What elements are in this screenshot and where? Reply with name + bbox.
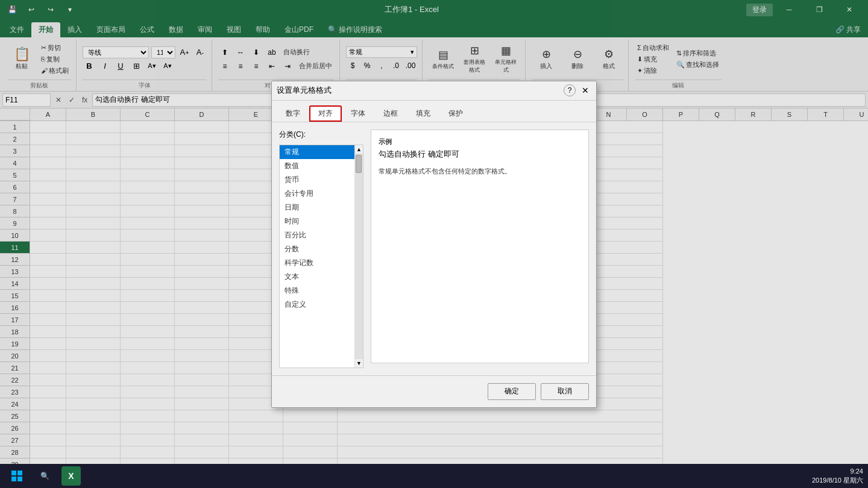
- scroll-thumb[interactable]: [356, 155, 362, 173]
- taskbar-right: 9:24 2019/8/10 星期六: [812, 467, 863, 486]
- category-item-accounting[interactable]: 会计专用: [280, 187, 354, 201]
- dialog-cancel-button[interactable]: 取消: [541, 383, 589, 400]
- preview-box: 示例 勾选自动换行 确定即可 常规单元格格式不包含任何特定的数字格式。: [371, 130, 589, 363]
- start-button[interactable]: [5, 464, 29, 488]
- format-cells-dialog: 设置单元格格式 ? ✕ 数字 对齐 字体 边框 填充 保护 分类(C): 常规: [271, 81, 597, 408]
- dialog-close-button[interactable]: ✕: [579, 84, 591, 96]
- scroll-down-button[interactable]: ▼: [355, 359, 363, 368]
- scroll-up-button[interactable]: ▲: [355, 145, 363, 154]
- svg-rect-1: [17, 471, 22, 475]
- category-item-general[interactable]: 常规: [280, 145, 354, 159]
- dialog-tab-border[interactable]: 边框: [374, 105, 407, 122]
- dialog-body: 分类(C): 常规 数值 货币 会计专用 日期 时间 百分比 分数 科学记数 文…: [272, 122, 596, 375]
- category-item-custom[interactable]: 自定义: [280, 298, 354, 311]
- category-item-date[interactable]: 日期: [280, 201, 354, 214]
- dialog-title: 设置单元格格式: [277, 85, 332, 96]
- dialog-tab-protection[interactable]: 保护: [439, 105, 472, 122]
- category-label: 分类(C):: [279, 130, 363, 140]
- scroll-track: [355, 154, 363, 359]
- taskbar: 🔍 X 9:24 2019/8/10 星期六: [0, 464, 868, 488]
- preview-label: 示例: [379, 137, 581, 146]
- category-item-fraction[interactable]: 分数: [280, 242, 354, 256]
- category-item-text[interactable]: 文本: [280, 270, 354, 284]
- windows-icon: [11, 470, 23, 482]
- preview-text: 勾选自动换行 确定即可: [379, 149, 581, 160]
- category-wrap: 常规 数值 货币 会计专用 日期 时间 百分比 分数 科学记数 文本 特殊 自定…: [279, 145, 363, 368]
- category-item-special[interactable]: 特殊: [280, 284, 354, 298]
- dialog-tab-fill[interactable]: 填充: [407, 105, 439, 122]
- category-item-currency[interactable]: 货币: [280, 173, 354, 187]
- excel-icon: X: [61, 466, 81, 486]
- svg-rect-2: [11, 477, 16, 481]
- dialog-tab-alignment[interactable]: 对齐: [309, 105, 342, 122]
- category-list: 常规 数值 货币 会计专用 日期 时间 百分比 分数 科学记数 文本 特殊 自定…: [280, 145, 354, 368]
- dialog-overlay: 设置单元格格式 ? ✕ 数字 对齐 字体 边框 填充 保护 分类(C): 常规: [0, 0, 868, 488]
- dialog-footer: 确定 取消: [272, 375, 596, 407]
- date-display: 2019/8/10 星期六: [812, 476, 863, 485]
- taskbar-left: 🔍 X: [5, 464, 82, 488]
- dialog-tabs: 数字 对齐 字体 边框 填充 保护: [272, 101, 596, 122]
- category-item-scientific[interactable]: 科学记数: [280, 256, 354, 270]
- category-item-percentage[interactable]: 百分比: [280, 228, 354, 242]
- dialog-ok-button[interactable]: 确定: [488, 383, 536, 400]
- taskbar-excel[interactable]: X: [60, 465, 82, 487]
- dialog-help-button[interactable]: ?: [564, 84, 576, 96]
- category-scrollbar[interactable]: ▲ ▼: [354, 145, 363, 368]
- category-item-number[interactable]: 数值: [280, 159, 354, 173]
- format-panel: 示例 勾选自动换行 确定即可 常规单元格格式不包含任何特定的数字格式。: [371, 130, 589, 368]
- dialog-tab-font[interactable]: 字体: [342, 105, 374, 122]
- svg-rect-0: [11, 471, 16, 475]
- category-item-time[interactable]: 时间: [280, 214, 354, 228]
- time-display: 9:24: [812, 467, 863, 476]
- dialog-titlebar: 设置单元格格式 ? ✕: [272, 81, 596, 101]
- clock: 9:24 2019/8/10 星期六: [812, 467, 863, 486]
- svg-rect-3: [17, 477, 22, 481]
- taskbar-search[interactable]: 🔍: [34, 465, 55, 487]
- dialog-tab-number[interactable]: 数字: [277, 105, 309, 122]
- preview-description: 常规单元格格式不包含任何特定的数字格式。: [379, 167, 581, 176]
